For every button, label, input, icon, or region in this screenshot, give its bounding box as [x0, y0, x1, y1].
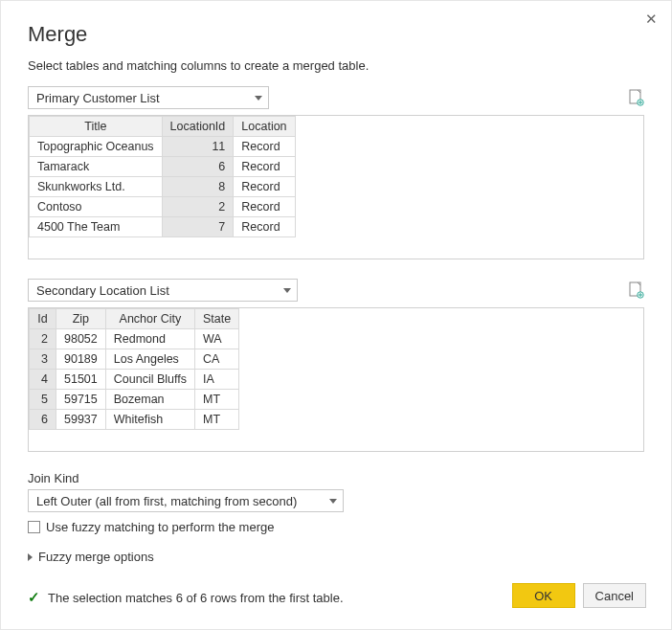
table-row: 4500 The Team7Record [30, 217, 296, 237]
table-row: Topographic Oceanus11Record [30, 137, 296, 157]
chevron-right-icon [28, 553, 33, 561]
chevron-down-icon [255, 96, 262, 101]
table-row: 659937WhitefishMT [30, 410, 239, 430]
col-location[interactable]: Location [234, 117, 295, 137]
table-row: 451501Council BluffsIA [30, 370, 239, 390]
merge-dialog: Merge Select tables and matching columns… [1, 1, 671, 625]
col-state[interactable]: State [194, 309, 238, 329]
second-table-preview: Id Zip Anchor City State 298052RedmondWA… [28, 307, 644, 452]
chevron-down-icon [283, 288, 291, 293]
fuzzy-matching-checkbox[interactable] [28, 521, 40, 533]
first-table-value: Primary Customer List [36, 91, 160, 105]
table-row: Contoso2Record [30, 197, 296, 217]
dialog-title: Merge [28, 22, 644, 47]
fuzzy-matching-label: Use fuzzy matching to perform the merge [46, 520, 274, 534]
dialog-subtitle: Select tables and matching columns to cr… [28, 58, 644, 73]
cancel-button[interactable]: Cancel [583, 583, 646, 608]
match-status-text: The selection matches 6 of 6 rows from t… [48, 591, 344, 605]
col-locationid[interactable]: LocationId [162, 117, 234, 137]
col-id[interactable]: Id [30, 309, 56, 329]
second-table-select[interactable]: Secondary Location List [28, 279, 298, 302]
add-table-icon[interactable] [629, 281, 644, 299]
table-row: Skunkworks Ltd.8Record [30, 177, 296, 197]
add-table-icon[interactable] [629, 89, 644, 106]
first-table-preview: Title LocationId Location Topographic Oc… [28, 115, 644, 259]
first-table-select[interactable]: Primary Customer List [28, 86, 269, 109]
chevron-down-icon [329, 499, 337, 504]
table-row: 390189Los AngelesCA [30, 349, 239, 370]
col-anchor-city[interactable]: Anchor City [105, 309, 194, 329]
table-row: Tamarack6Record [30, 157, 296, 177]
ok-button[interactable]: OK [512, 583, 575, 608]
checkmark-icon: ✓ [28, 589, 40, 606]
second-table-value: Secondary Location List [36, 283, 169, 298]
col-zip[interactable]: Zip [56, 309, 106, 329]
col-title[interactable]: Title [30, 117, 163, 137]
table-row: 298052RedmondWA [30, 329, 239, 349]
close-icon[interactable]: ✕ [645, 11, 658, 28]
table-row: 559715BozemanMT [30, 390, 239, 410]
join-kind-label: Join Kind [28, 471, 644, 485]
fuzzy-options-label: Fuzzy merge options [38, 550, 154, 564]
join-kind-value: Left Outer (all from first, matching fro… [36, 494, 297, 508]
join-kind-select[interactable]: Left Outer (all from first, matching fro… [28, 489, 344, 512]
fuzzy-options-expander[interactable]: Fuzzy merge options [28, 550, 644, 564]
